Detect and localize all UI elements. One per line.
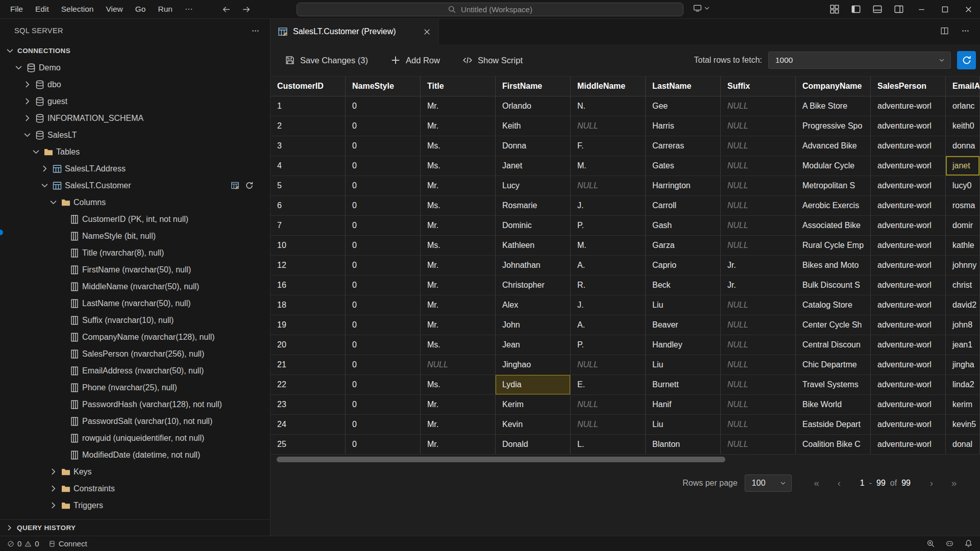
grid-cell[interactable]: adventure-worl (871, 315, 946, 335)
save-changes-button[interactable]: Save Changes (3) (285, 55, 368, 65)
refresh-icon[interactable] (245, 181, 254, 190)
grid-cell[interactable]: Caprio (646, 256, 721, 275)
grid-cell[interactable]: 10 (271, 236, 346, 255)
grid-cell[interactable]: donna (946, 136, 980, 156)
problems-indicator[interactable]: 0 0 (7, 539, 39, 548)
sidebar-left-toggle[interactable] (845, 0, 867, 19)
grid-cell[interactable]: 19 (271, 315, 346, 335)
menu-selection[interactable]: Selection (55, 0, 100, 18)
tree-item-guest[interactable]: guest (0, 93, 270, 110)
tree-item-saleslt-customer[interactable]: SalesLT.Customer (0, 177, 270, 194)
menu-run[interactable]: Run (152, 0, 178, 18)
grid-cell[interactable]: Hanif (646, 395, 721, 414)
grid-cell[interactable]: NULL (721, 415, 796, 434)
grid-cell[interactable]: 0 (346, 216, 421, 235)
grid-column-header-title[interactable]: Title (421, 77, 496, 96)
grid-cell[interactable]: Liu (646, 295, 721, 315)
grid-cell[interactable]: 5 (271, 176, 346, 195)
grid-cell[interactable]: Gates (646, 156, 721, 176)
menu-view[interactable]: View (100, 0, 129, 18)
grid-cell[interactable]: E. (571, 375, 646, 394)
tab-saleslt-customer[interactable]: SalesLT.Customer (Preview) (271, 19, 439, 44)
grid-cell[interactable]: 6 (271, 196, 346, 215)
horizontal-scrollbar[interactable] (271, 455, 980, 464)
remote-window-button[interactable] (693, 4, 710, 12)
grid-cell[interactable]: Mr. (421, 315, 496, 335)
grid-column-header-customerid[interactable]: CustomerID (271, 77, 346, 96)
grid-cell[interactable]: N. (571, 96, 646, 116)
tree-item-namestyle-bit-null[interactable]: NameStyle (bit, null) (0, 228, 270, 244)
grid-cell[interactable]: Johnathan (496, 256, 571, 275)
grid-cell[interactable]: Mr. (421, 256, 496, 275)
more-actions-icon[interactable] (251, 27, 260, 35)
sidebar-right-toggle[interactable] (888, 0, 910, 19)
grid-cell[interactable]: Coalition Bike C (796, 435, 871, 454)
grid-cell[interactable]: rosma (946, 196, 980, 215)
maximize-button[interactable] (933, 0, 957, 19)
first-page-button[interactable]: « (809, 478, 824, 489)
grid-cell[interactable]: adventure-worl (871, 116, 946, 136)
grid-cell[interactable]: Catalog Store (796, 295, 871, 315)
grid-cell[interactable]: Mr. (421, 295, 496, 315)
grid-cell[interactable]: 0 (346, 295, 421, 315)
grid-cell[interactable]: NULL (721, 196, 796, 215)
grid-cell[interactable]: NULL (721, 216, 796, 235)
tree-item-keys[interactable]: Keys (0, 463, 270, 480)
ellipsis-button[interactable] (961, 27, 970, 37)
tree-item-customerid-pk-int-not-null[interactable]: CustomerID (PK, int, not null) (0, 211, 270, 228)
grid-cell[interactable]: Janet (496, 156, 571, 176)
menu-file[interactable]: File (4, 0, 29, 18)
grid-cell[interactable]: NULL (721, 96, 796, 116)
grid-cell[interactable]: Lucy (496, 176, 571, 195)
grid-cell[interactable]: Kevin (496, 415, 571, 434)
grid-cell[interactable]: kevin5 (946, 415, 980, 434)
grid-cell[interactable]: Jean (496, 335, 571, 355)
grid-cell[interactable]: A Bike Store (796, 96, 871, 116)
grid-cell[interactable]: john8 (946, 315, 980, 335)
grid-cell[interactable]: jean1 (946, 335, 980, 355)
grid-cell[interactable]: 3 (271, 136, 346, 156)
tree-item-lastname-nvarchar-50-null[interactable]: LastName (nvarchar(50), null) (0, 295, 270, 312)
grid-cell[interactable]: adventure-worl (871, 136, 946, 156)
refresh-button[interactable] (957, 51, 976, 69)
grid-cell[interactable]: NULL (721, 236, 796, 255)
grid-cell[interactable]: Advanced Bike (796, 136, 871, 156)
grid-cell[interactable]: NULL (571, 395, 646, 414)
grid-column-header-namestyle[interactable]: NameStyle (346, 77, 421, 96)
grid-column-header-salesperson[interactable]: SalesPerson (871, 77, 946, 96)
grid-cell[interactable]: 20 (271, 335, 346, 355)
tree-item-saleslt[interactable]: SalesLT (0, 127, 270, 143)
grid-cell[interactable]: adventure-worl (871, 196, 946, 215)
grid-cell[interactable]: Beaver (646, 315, 721, 335)
grid-cell[interactable]: John (496, 315, 571, 335)
grid-cell[interactable]: adventure-worl (871, 375, 946, 394)
grid-cell[interactable]: Rural Cycle Emp (796, 236, 871, 255)
grid-cell[interactable]: Liu (646, 415, 721, 434)
grid-cell[interactable]: lucy0 (946, 176, 980, 195)
query-history-section[interactable]: QUERY HISTORY (0, 519, 270, 536)
grid-cell[interactable]: 7 (271, 216, 346, 235)
grid-cell[interactable]: NULL (721, 315, 796, 335)
grid-cell[interactable]: adventure-worl (871, 276, 946, 295)
grid-cell[interactable]: A. (571, 256, 646, 275)
grid-cell[interactable]: kathle (946, 236, 980, 255)
grid-column-header-lastname[interactable]: LastName (646, 77, 721, 96)
grid-cell[interactable]: NULL (721, 156, 796, 176)
tree-item-columns[interactable]: Columns (0, 194, 270, 211)
grid-cell[interactable]: adventure-worl (871, 435, 946, 454)
minimize-button[interactable] (910, 0, 933, 19)
grid-cell[interactable]: 23 (271, 395, 346, 414)
grid-cell[interactable]: NULL (721, 335, 796, 355)
grid-cell[interactable]: 2 (271, 116, 346, 136)
tree-item-information-schema[interactable]: INFORMATION_SCHEMA (0, 110, 270, 127)
rows-per-page-select[interactable]: 100 (745, 474, 792, 492)
grid-cell[interactable]: NULL (721, 136, 796, 156)
grid-cell[interactable]: 0 (346, 156, 421, 176)
grid-cell[interactable]: Kathleen (496, 236, 571, 255)
zoom-in-button[interactable] (926, 539, 935, 548)
grid-cell[interactable]: Center Cycle Sh (796, 315, 871, 335)
edit-data-icon[interactable] (231, 181, 239, 190)
grid-cell[interactable]: Bulk Discount S (796, 276, 871, 295)
menu-go[interactable]: Go (129, 0, 152, 18)
grid-cell[interactable]: 0 (346, 375, 421, 394)
